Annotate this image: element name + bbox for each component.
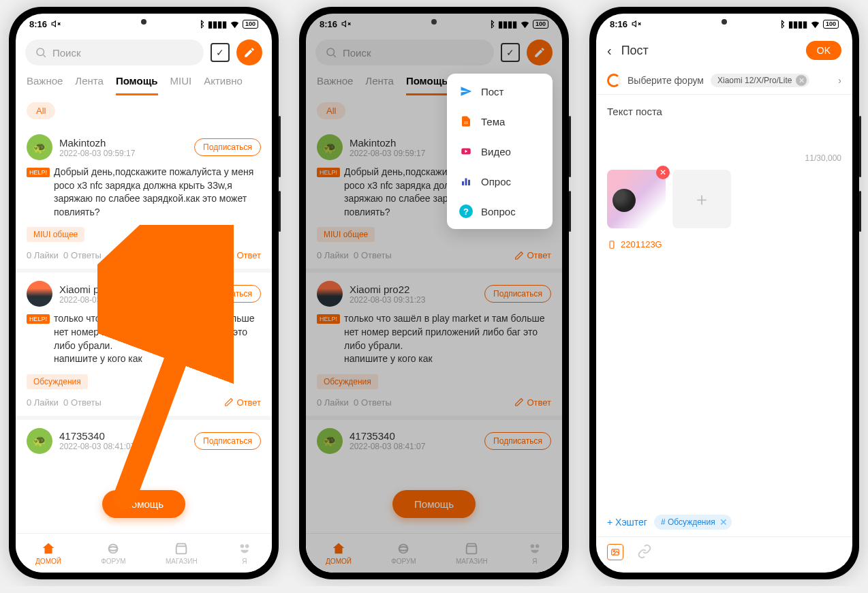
reply-button[interactable]: Ответ	[514, 397, 551, 408]
compose-button[interactable]	[236, 40, 262, 65]
post-text: Добрый день,подскажите пожалуйста у меня…	[54, 166, 261, 219]
tab-feed[interactable]: Лента	[365, 75, 394, 95]
page-title: Пост	[621, 44, 649, 58]
status-bar: 8:16 ᛒ ▮▮▮▮ 100	[306, 14, 562, 34]
subscribe-button[interactable]: Подписаться	[194, 138, 261, 156]
post-item[interactable]: 🐢 Makintozh 2022-08-03 09:59:17 Подписат…	[27, 126, 261, 269]
signal-icon: ▮▮▮▮	[788, 19, 807, 29]
post-author: Makintozh	[59, 137, 187, 149]
nav-forum[interactable]: ФОРУМ	[101, 541, 126, 565]
tab-feed[interactable]: Лента	[75, 75, 104, 95]
help-fab[interactable]: Помощь	[392, 490, 476, 518]
nav-profile[interactable]: Я	[237, 541, 252, 565]
svg-point-15	[399, 545, 408, 553]
add-attachment-button[interactable]: ＋	[672, 170, 731, 228]
back-button[interactable]: ‹	[607, 43, 612, 59]
likes-count: 0 Лайки	[27, 250, 59, 260]
device-link[interactable]: 2201123G	[607, 239, 841, 249]
filter-all[interactable]: All	[27, 102, 55, 119]
nav-store[interactable]: МАГАЗИН	[166, 541, 198, 565]
avatar[interactable]: 🐢	[317, 428, 343, 454]
phone-mockup-3: 8:16 ᛒ ▮▮▮▮ 100 ‹ Пост OK Выберите форум…	[589, 7, 859, 579]
phone-mockup-2: 8:16 ᛒ ▮▮▮▮ 100 Поиск ✓ Важное Лента	[299, 7, 569, 579]
svg-rect-22	[465, 179, 467, 186]
tab-important[interactable]: Важное	[27, 75, 63, 95]
svg-point-8	[245, 545, 249, 549]
checklist-button[interactable]: ✓	[501, 43, 520, 62]
forum-selector[interactable]: Выберите форум Xiaomi 12/X/Pro/Lite ✕ ›	[596, 67, 852, 94]
search-input[interactable]: Поиск	[315, 40, 494, 65]
nav-store[interactable]: МАГАЗИН	[456, 541, 488, 565]
subscribe-button[interactable]: Подписаться	[484, 285, 551, 303]
edit-icon	[224, 251, 234, 260]
reply-button[interactable]: Ответ	[514, 250, 551, 260]
reply-button[interactable]: Ответ	[224, 397, 261, 408]
tab-active[interactable]: Активно	[204, 75, 243, 95]
search-icon	[35, 46, 47, 59]
tab-help[interactable]: Помощь	[406, 75, 448, 95]
filter-all[interactable]: All	[317, 102, 345, 119]
wifi-icon	[230, 19, 240, 29]
forum-chip[interactable]: Xiaomi 12/X/Pro/Lite ✕	[711, 74, 809, 87]
post-text-input[interactable]: Текст поста	[607, 106, 841, 147]
status-bar: 8:16 ᛒ ▮▮▮▮ 100	[16, 14, 272, 34]
tab-important[interactable]: Важное	[317, 75, 353, 95]
search-placeholder: Поиск	[52, 47, 81, 59]
subscribe-button[interactable]: Подписаться	[194, 432, 261, 450]
attachment-thumbnail[interactable]: ✕	[607, 170, 666, 228]
reply-button[interactable]: Ответ	[224, 250, 261, 260]
svg-point-19	[536, 545, 540, 549]
nav-profile[interactable]: Я	[527, 541, 542, 565]
post-author: Xiaomi pro22	[59, 284, 187, 295]
post-tag[interactable]: MIUI общее	[27, 227, 84, 242]
pencil-icon	[533, 46, 546, 59]
tab-miui[interactable]: MIUI	[170, 75, 192, 95]
compose-button[interactable]	[527, 40, 553, 65]
subscribe-button[interactable]: Подписаться	[484, 432, 551, 450]
mute-icon	[341, 19, 351, 29]
link-icon	[637, 544, 652, 559]
help-fab[interactable]: Помощь	[102, 490, 185, 518]
svg-rect-21	[462, 181, 464, 185]
dropdown-post[interactable]: Пост	[447, 76, 553, 106]
dropdown-question[interactable]: ? Вопрос	[447, 196, 553, 226]
svg-line-3	[44, 55, 46, 57]
bluetooth-icon: ᛒ	[490, 19, 495, 29]
search-input[interactable]: Поиск	[25, 40, 204, 65]
tab-help[interactable]: Помощь	[116, 75, 158, 95]
mute-icon	[632, 19, 641, 29]
post-item[interactable]: 🐢 41735340 2022-08-03 08:41:07 Подписать…	[27, 420, 261, 462]
edit-icon	[224, 397, 234, 407]
avatar[interactable]: 🐢	[317, 134, 343, 160]
subscribe-button[interactable]: Подписаться	[194, 285, 261, 303]
phone-icon	[607, 240, 617, 249]
status-time: 8:16	[29, 19, 47, 29]
help-badge: HELP!	[27, 168, 50, 177]
post-item[interactable]: Xiaomi pro22 2022-08-03 09:31:23 Подписа…	[27, 273, 261, 415]
dropdown-video[interactable]: Видео	[447, 136, 553, 166]
remove-attachment-button[interactable]: ✕	[656, 166, 670, 179]
image-icon	[610, 547, 620, 557]
add-hashtag-button[interactable]: + Хэштег	[607, 517, 647, 528]
nav-forum[interactable]: ФОРУМ	[391, 541, 416, 565]
post-tag[interactable]: Обсуждения	[27, 374, 88, 389]
svg-rect-23	[468, 180, 470, 185]
submit-button[interactable]: OK	[806, 41, 841, 60]
nav-home[interactable]: ДОМОЙ	[326, 541, 352, 565]
hashtag-chip[interactable]: # Обсуждения ✕	[654, 515, 732, 530]
nav-home[interactable]: ДОМОЙ	[35, 541, 61, 565]
avatar[interactable]	[27, 281, 52, 307]
svg-point-4	[109, 545, 118, 553]
dropdown-poll[interactable]: Опрос	[447, 166, 553, 196]
link-tool-button[interactable]	[637, 544, 652, 562]
avatar[interactable]: 🐢	[27, 134, 52, 160]
image-tool-button[interactable]	[607, 544, 623, 560]
checklist-button[interactable]: ✓	[211, 43, 230, 62]
remove-hashtag-icon[interactable]: ✕	[719, 517, 728, 528]
svg-rect-26	[610, 241, 614, 248]
dropdown-topic[interactable]: Тема	[447, 106, 553, 136]
avatar[interactable]: 🐢	[27, 428, 52, 454]
post-text: только что зашёл в play market и там бол…	[54, 312, 261, 365]
remove-forum-icon[interactable]: ✕	[796, 75, 807, 86]
avatar[interactable]	[317, 281, 343, 307]
